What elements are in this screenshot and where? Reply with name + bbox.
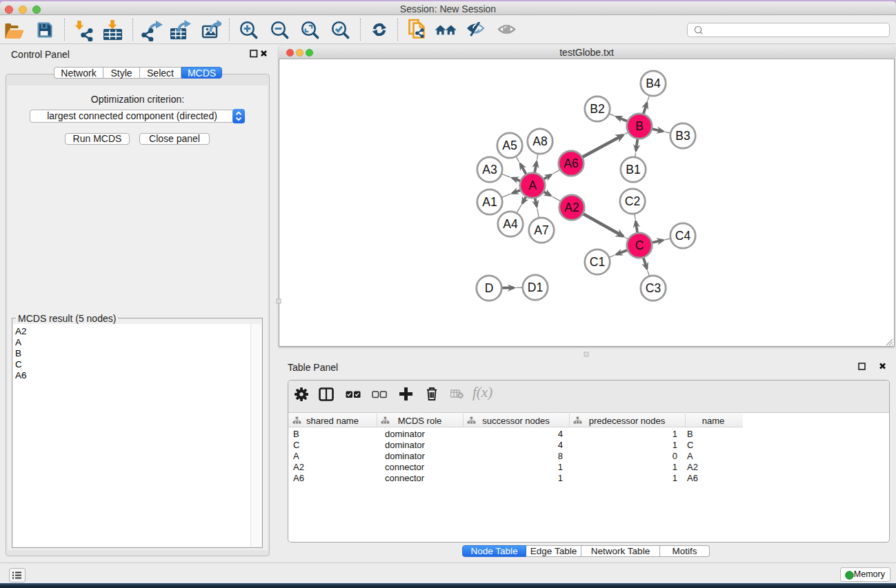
svg-text:A: A: [528, 179, 537, 192]
svg-text:A6: A6: [564, 156, 578, 170]
svg-text:B1: B1: [626, 163, 640, 176]
svg-text:A1: A1: [482, 195, 497, 209]
svg-text:A7: A7: [534, 223, 548, 237]
svg-text:D: D: [485, 281, 494, 295]
svg-text:A3: A3: [482, 163, 497, 176]
svg-text:C1: C1: [590, 255, 605, 269]
svg-text:C4: C4: [675, 229, 691, 243]
svg-text:B: B: [635, 119, 644, 133]
svg-text:A4: A4: [503, 217, 518, 231]
svg-text:B3: B3: [675, 129, 690, 143]
svg-text:C3: C3: [646, 281, 661, 295]
svg-text:B2: B2: [590, 102, 604, 116]
svg-text:A2: A2: [564, 201, 579, 214]
svg-text:A8: A8: [532, 134, 547, 148]
svg-text:B4: B4: [646, 77, 661, 90]
svg-text:C2: C2: [625, 194, 640, 208]
svg-text:A5: A5: [502, 139, 517, 152]
svg-text:C: C: [635, 239, 644, 252]
svg-text:D1: D1: [528, 281, 543, 294]
